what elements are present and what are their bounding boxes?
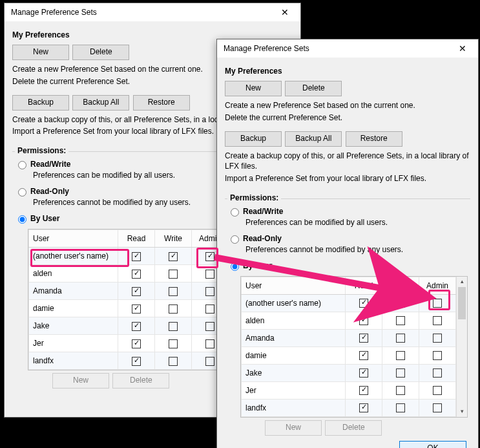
read-checkbox[interactable] xyxy=(132,339,141,348)
write-cell[interactable] xyxy=(155,300,192,317)
read-cell[interactable] xyxy=(118,352,155,370)
new-button[interactable]: New xyxy=(225,81,282,96)
admin-cell[interactable] xyxy=(419,329,456,347)
write-checkbox[interactable] xyxy=(396,334,405,343)
table-row[interactable]: landfx xyxy=(29,352,229,370)
write-cell[interactable] xyxy=(382,364,419,381)
read-checkbox[interactable] xyxy=(132,270,141,279)
read-checkbox[interactable] xyxy=(132,357,141,366)
read-cell[interactable] xyxy=(118,317,155,335)
read-cell[interactable] xyxy=(118,248,155,265)
read-checkbox[interactable] xyxy=(359,386,368,395)
scroll-thumb[interactable] xyxy=(458,287,466,319)
col-write[interactable]: Write xyxy=(382,277,419,294)
read-checkbox[interactable] xyxy=(359,368,368,378)
admin-cell[interactable] xyxy=(419,294,456,312)
admin-checkbox[interactable] xyxy=(205,357,214,366)
col-user[interactable]: User xyxy=(242,277,346,294)
user-cell[interactable]: landfx xyxy=(29,352,118,370)
col-user[interactable]: User xyxy=(29,230,118,248)
write-cell[interactable] xyxy=(155,317,192,335)
write-cell[interactable] xyxy=(382,399,419,416)
scroll-down-icon[interactable]: ▾ xyxy=(457,407,467,417)
write-cell[interactable] xyxy=(155,248,192,265)
read-cell[interactable] xyxy=(118,335,155,352)
backup-all-button[interactable]: Backup All xyxy=(72,95,129,111)
read-cell[interactable] xyxy=(346,364,382,381)
admin-checkbox[interactable] xyxy=(205,304,214,314)
admin-checkbox[interactable] xyxy=(433,316,442,325)
admin-checkbox[interactable] xyxy=(433,351,442,360)
table-row[interactable]: Jer xyxy=(242,381,456,399)
read-checkbox[interactable] xyxy=(359,299,368,308)
write-checkbox[interactable] xyxy=(396,403,405,412)
user-cell[interactable]: (another user's name) xyxy=(242,294,346,312)
read-checkbox[interactable] xyxy=(359,316,368,325)
read-cell[interactable] xyxy=(118,300,155,317)
col-write[interactable]: Write xyxy=(155,230,192,248)
table-row[interactable]: damie xyxy=(242,347,456,364)
write-checkbox[interactable] xyxy=(169,270,178,279)
ok-button[interactable]: OK xyxy=(399,441,466,448)
table-row[interactable]: (another user's name) xyxy=(242,294,456,312)
user-cell[interactable]: Jer xyxy=(29,335,118,352)
delete-button[interactable]: Delete xyxy=(72,45,129,60)
table-row[interactable]: alden xyxy=(242,312,456,329)
user-cell[interactable]: alden xyxy=(29,265,118,283)
admin-checkbox[interactable] xyxy=(433,386,442,395)
titlebar[interactable]: Manage Preference Sets ✕ xyxy=(217,39,478,58)
admin-checkbox[interactable] xyxy=(205,322,214,331)
user-cell[interactable]: damie xyxy=(242,347,346,364)
read-checkbox[interactable] xyxy=(359,334,368,343)
col-read[interactable]: Read xyxy=(118,230,155,248)
table-row[interactable]: Jer xyxy=(29,335,229,352)
admin-checkbox[interactable] xyxy=(433,299,442,308)
table-row[interactable]: (another user's name) xyxy=(29,248,229,265)
write-checkbox[interactable] xyxy=(169,322,178,331)
write-checkbox[interactable] xyxy=(396,386,405,395)
admin-checkbox[interactable] xyxy=(205,287,214,296)
table-row[interactable]: alden xyxy=(29,265,229,283)
write-checkbox[interactable] xyxy=(169,287,178,296)
admin-cell[interactable] xyxy=(419,381,456,399)
read-cell[interactable] xyxy=(118,265,155,283)
read-cell[interactable] xyxy=(346,294,382,312)
read-cell[interactable] xyxy=(346,399,382,416)
write-checkbox[interactable] xyxy=(396,299,405,308)
user-cell[interactable]: Jer xyxy=(242,381,346,399)
delete-button[interactable]: Delete xyxy=(285,81,342,96)
col-admin[interactable]: Admin xyxy=(419,277,456,294)
scroll-up-icon[interactable]: ▴ xyxy=(457,277,467,287)
radio-read-only[interactable]: Read-Only xyxy=(227,233,468,244)
table-row[interactable]: landfx xyxy=(242,399,456,416)
radio-input-read-only[interactable] xyxy=(18,188,26,197)
read-checkbox[interactable] xyxy=(132,252,141,261)
close-icon[interactable]: ✕ xyxy=(272,4,298,21)
user-cell[interactable]: Amanda xyxy=(29,283,118,300)
read-checkbox[interactable] xyxy=(132,322,141,331)
table-row[interactable]: Jake xyxy=(242,364,456,381)
backup-all-button[interactable]: Backup All xyxy=(285,131,342,147)
write-cell[interactable] xyxy=(382,329,419,347)
radio-by-user[interactable]: By User xyxy=(227,261,468,271)
radio-input-read-write[interactable] xyxy=(18,161,26,169)
radio-input-read-write[interactable] xyxy=(231,208,239,217)
write-cell[interactable] xyxy=(155,352,192,370)
write-checkbox[interactable] xyxy=(169,252,178,261)
read-cell[interactable] xyxy=(346,381,382,399)
read-cell[interactable] xyxy=(346,329,382,347)
radio-input-by-user[interactable] xyxy=(231,262,239,271)
table-row[interactable]: Amanda xyxy=(29,283,229,300)
admin-checkbox[interactable] xyxy=(205,252,214,261)
radio-input-by-user[interactable] xyxy=(18,215,26,224)
close-icon[interactable]: ✕ xyxy=(450,40,475,57)
write-cell[interactable] xyxy=(155,283,192,300)
write-checkbox[interactable] xyxy=(396,351,405,360)
write-cell[interactable] xyxy=(382,347,419,364)
backup-button[interactable]: Backup xyxy=(12,95,69,111)
write-cell[interactable] xyxy=(155,265,192,283)
write-checkbox[interactable] xyxy=(396,316,405,325)
admin-checkbox[interactable] xyxy=(433,403,442,412)
admin-cell[interactable] xyxy=(419,399,456,416)
user-cell[interactable]: Amanda xyxy=(242,329,346,347)
